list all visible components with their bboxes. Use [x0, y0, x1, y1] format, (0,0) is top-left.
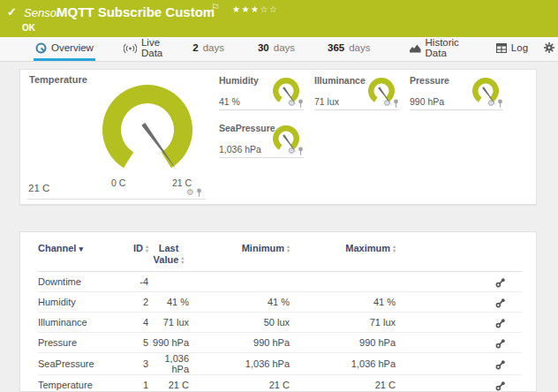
column-header-last-value[interactable]: Last Value▴▾: [148, 232, 189, 272]
gauge-tile-seapressure: SeaPressure 1,036 hPa ⚙: [219, 121, 304, 158]
table-row[interactable]: Downtime -4: [38, 272, 522, 292]
gauge-actions: ⚙: [383, 99, 399, 108]
flag-icon[interactable]: ⚐: [211, 2, 220, 13]
tab-live-data[interactable]: Live Data: [122, 37, 164, 61]
channel-name[interactable]: SeaPressure: [38, 353, 109, 375]
channel-id: 2: [109, 292, 148, 313]
channel-id: 3: [109, 353, 148, 375]
table-row[interactable]: SeaPressure 3 1,036 hPa 1,036 hPa 1,036 …: [38, 353, 522, 375]
channel-id: 5: [109, 333, 148, 353]
gauge-title: SeaPressure: [219, 123, 275, 133]
column-label: Maximum: [345, 243, 390, 253]
tab-historic-data[interactable]: Historic Data: [408, 37, 461, 61]
live-signal-icon: [124, 42, 137, 53]
gear-icon[interactable]: ⚙: [288, 99, 296, 108]
channel-minimum: 50 lux: [189, 313, 290, 333]
pin-icon[interactable]: [497, 99, 503, 108]
column-label: ID: [133, 243, 143, 253]
sort-icon: ▴▾: [393, 245, 396, 253]
channel-actions: [396, 313, 522, 333]
divider: [27, 199, 206, 200]
channels-table: Channel▾ ID▴▾ Last Value▴▾ Minimum▴▾ Max…: [38, 232, 522, 392]
column-label: Channel: [38, 243, 76, 253]
gauge-scale-min: 0 C: [111, 177, 125, 188]
channel-id: 4: [109, 313, 148, 333]
priority-stars[interactable]: ★★★☆☆: [232, 4, 278, 14]
main-gauge-value: 21 C: [28, 183, 49, 193]
channel-maximum: 990 hPa: [290, 333, 396, 353]
sort-icon: ▴▾: [287, 245, 290, 253]
main-gauge-title: Temperature: [29, 74, 87, 85]
channel-settings-icon[interactable]: [495, 298, 506, 308]
object-kind-label: Sensor: [24, 6, 60, 19]
page-title: MQTT Subscribe Custom: [57, 4, 215, 19]
channel-name[interactable]: Downtime: [38, 272, 109, 292]
channel-settings-icon[interactable]: [495, 318, 506, 328]
channel-last-value: 71 lux: [148, 313, 189, 333]
gear-icon[interactable]: ⚙: [383, 99, 391, 108]
tab-unit: days: [203, 42, 224, 53]
column-header-channel[interactable]: Channel▾: [38, 232, 109, 272]
channel-settings-icon[interactable]: [495, 277, 506, 288]
channel-minimum: 41 %: [189, 292, 290, 313]
channel-maximum: [290, 272, 396, 292]
pin-icon[interactable]: [393, 99, 399, 108]
channel-name[interactable]: Illuminance: [38, 313, 109, 333]
tab-2-days[interactable]: 2 days: [191, 37, 226, 61]
pin-icon[interactable]: [196, 188, 202, 197]
table-row[interactable]: Humidity 2 41 % 41 % 41 %: [38, 292, 522, 313]
gauge-icon: [35, 42, 47, 54]
channel-name[interactable]: Temperature: [38, 375, 109, 392]
tab-number: 365: [328, 42, 344, 53]
column-header-maximum[interactable]: Maximum▴▾: [290, 232, 396, 272]
table-row[interactable]: Pressure 5 990 hPa 990 hPa 990 hPa: [38, 333, 522, 353]
gauge-value: 71 lux: [314, 96, 339, 107]
channel-last-value: 21 C: [148, 375, 189, 392]
gauge-title: Pressure: [410, 75, 449, 86]
table-row[interactable]: Illuminance 4 71 lux 50 lux 71 lux: [38, 313, 522, 333]
channels-panel: Channel▾ ID▴▾ Last Value▴▾ Minimum▴▾ Max…: [19, 231, 537, 392]
tab-30-days[interactable]: 30 days: [256, 37, 297, 61]
gauge-tile-pressure: Pressure 990 hPa ⚙: [410, 73, 503, 110]
gauge-value: 41 %: [219, 96, 240, 107]
tab-label: Log: [511, 42, 528, 53]
channel-minimum: 21 C: [189, 375, 290, 392]
tab-settings[interactable]: Settings: [542, 37, 558, 61]
column-label: Minimum: [242, 243, 284, 253]
gauge-actions: ⚙: [186, 188, 202, 197]
channel-actions: [396, 272, 522, 292]
column-header-minimum[interactable]: Minimum▴▾: [189, 232, 290, 272]
tab-log[interactable]: Log: [494, 37, 530, 61]
historic-chart-icon: [410, 43, 421, 53]
tab-label: Overview: [51, 42, 94, 53]
settings-gear-icon: [544, 42, 554, 53]
status-check-icon: ✓: [7, 5, 17, 19]
channel-settings-icon[interactable]: [495, 359, 506, 370]
channel-maximum: 71 lux: [290, 313, 396, 333]
channel-last-value: [148, 272, 189, 292]
tab-overview[interactable]: Overview: [34, 37, 95, 61]
channel-settings-icon[interactable]: [495, 381, 506, 391]
pin-icon[interactable]: [298, 99, 304, 108]
tab-bar: Overview Live Data 2 days 30 days 365 da…: [0, 37, 558, 62]
sensor-header: ✓ Sensor MQTT Subscribe Custom ⚐ ★★★☆☆ O…: [0, 0, 558, 37]
column-header-actions: [396, 232, 522, 272]
column-header-id[interactable]: ID▴▾: [109, 232, 148, 272]
gear-icon[interactable]: ⚙: [186, 188, 194, 197]
tab-label: Historic Data: [426, 37, 459, 58]
channel-name[interactable]: Pressure: [38, 333, 109, 353]
channel-minimum: 990 hPa: [189, 333, 290, 353]
gauges-panel: Temperature 0 C 21 C 21 C ⚙ Humidity 41 …: [19, 69, 537, 205]
channel-last-value: 1,036 hPa: [148, 353, 189, 375]
gear-icon[interactable]: ⚙: [288, 147, 296, 155]
channel-settings-icon[interactable]: [495, 338, 506, 349]
temperature-gauge: [90, 84, 205, 183]
gauge-actions: ⚙: [487, 99, 503, 108]
channel-minimum: [189, 272, 290, 292]
gauge-actions: ⚙: [288, 99, 304, 108]
tab-365-days[interactable]: 365 days: [326, 37, 372, 61]
gear-icon[interactable]: ⚙: [487, 99, 495, 108]
channel-name[interactable]: Humidity: [38, 292, 109, 313]
pin-icon[interactable]: [298, 147, 304, 155]
table-row[interactable]: Temperature 1 21 C 21 C 21 C: [38, 375, 522, 392]
